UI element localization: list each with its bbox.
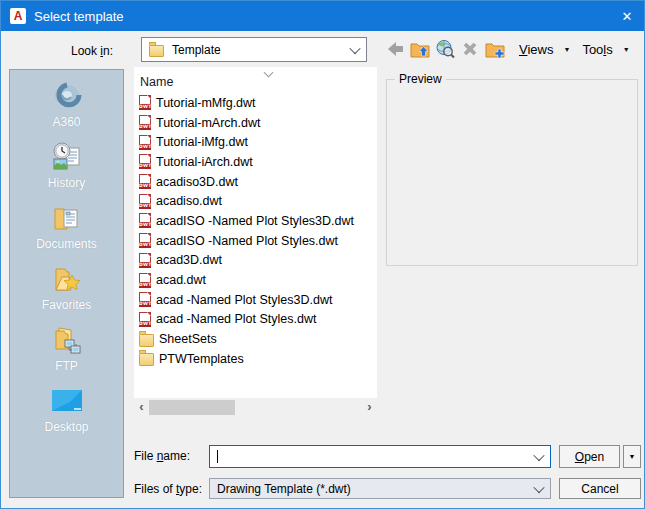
file-name: acad3D.dwt	[156, 253, 222, 267]
tools-label: Tools	[582, 42, 612, 57]
list-item[interactable]: DWTacadISO -Named Plot Styles3D.dwt	[134, 211, 377, 231]
dwt-badge: DWT	[139, 242, 151, 248]
chevron-down-icon: ▼	[563, 46, 570, 53]
close-button[interactable]: ✕	[610, 1, 644, 31]
dwt-file-icon: DWT	[139, 233, 151, 248]
name-column-header[interactable]: Name	[134, 67, 377, 93]
files-of-type-value: Drawing Template (*.dwt)	[217, 482, 351, 496]
file-name: acadiso.dwt	[156, 194, 222, 208]
dwt-badge: DWT	[139, 262, 151, 268]
search-the-web-icon	[434, 38, 456, 60]
search-the-web-button[interactable]	[432, 37, 457, 62]
file-name: Tutorial-mArch.dwt	[156, 116, 260, 130]
files-of-type-combobox[interactable]: Drawing Template (*.dwt)	[209, 478, 551, 499]
file-name-combobox[interactable]	[209, 445, 551, 468]
horizontal-scrollbar[interactable]: ‹ ›	[134, 400, 377, 415]
list-item[interactable]: DWTacad -Named Plot Styles3D.dwt	[134, 290, 377, 310]
sidebar-item-label: A360	[52, 115, 80, 129]
chevron-down-icon: ▼	[629, 453, 636, 460]
dwt-badge: DWT	[139, 144, 151, 150]
sort-chevron-icon	[264, 68, 274, 78]
preview-panel: Preview	[386, 79, 638, 266]
dwt-badge: DWT	[139, 124, 151, 130]
sidebar-item-label: FTP	[55, 359, 78, 373]
dwt-file-icon: DWT	[139, 312, 151, 327]
file-name: acad -Named Plot Styles3D.dwt	[156, 293, 332, 307]
file-name-label: File name:	[134, 449, 190, 463]
create-new-folder-button[interactable]	[482, 37, 507, 62]
scroll-left-icon[interactable]: ‹	[134, 400, 149, 415]
dwt-file-icon: DWT	[139, 213, 151, 228]
close-icon: ✕	[622, 9, 633, 24]
delete-button[interactable]	[457, 37, 482, 62]
file-name: Tutorial-mMfg.dwt	[156, 96, 256, 110]
list-item[interactable]: DWTacad.dwt	[134, 270, 377, 290]
views-label: Views	[519, 42, 553, 57]
file-name: Tutorial-iMfg.dwt	[156, 135, 248, 149]
list-item[interactable]: DWTacadiso3D.dwt	[134, 172, 377, 192]
column-header-label: Name	[140, 75, 173, 89]
preview-label: Preview	[395, 72, 446, 86]
cancel-button[interactable]: Cancel	[559, 478, 641, 499]
sidebar-item-desktop[interactable]: Desktop	[10, 384, 123, 445]
cancel-button-label: Cancel	[581, 482, 618, 496]
dwt-badge: DWT	[139, 282, 151, 288]
list-item[interactable]: DWTTutorial-mMfg.dwt	[134, 93, 377, 113]
sidebar-item-ftp[interactable]: FTP	[10, 323, 123, 384]
open-button-label: Open	[575, 450, 604, 464]
sidebar-item-history[interactable]: History	[10, 140, 123, 201]
list-item[interactable]: DWTTutorial-mArch.dwt	[134, 113, 377, 133]
files-of-type-label: Files of type:	[134, 482, 202, 496]
list-item[interactable]: DWTTutorial-iMfg.dwt	[134, 132, 377, 152]
chevron-down-icon: ▼	[623, 46, 630, 53]
file-list: Name DWTTutorial-mMfg.dwtDWTTutorial-mAr…	[134, 67, 377, 398]
list-item[interactable]: DWTTutorial-iArch.dwt	[134, 152, 377, 172]
views-menu-button[interactable]: Views ▼	[519, 42, 570, 57]
dwt-badge: DWT	[139, 301, 151, 307]
back-button[interactable]	[382, 37, 407, 62]
dwt-badge: DWT	[139, 163, 151, 169]
list-item[interactable]: SheetSets	[134, 329, 377, 349]
dwt-file-icon: DWT	[139, 194, 151, 209]
tools-menu-button[interactable]: Tools ▼	[582, 42, 629, 57]
file-name: SheetSets	[159, 332, 217, 346]
scrollbar-thumb[interactable]	[149, 400, 235, 415]
look-in-value: Template	[172, 43, 221, 57]
toolbar: Views ▼ Tools ▼	[382, 36, 630, 62]
scroll-right-icon[interactable]: ›	[362, 400, 377, 415]
sidebar-item-documents[interactable]: Documents	[10, 201, 123, 262]
desktop-icon	[50, 384, 84, 418]
sidebar-item-a360[interactable]: A360	[10, 79, 123, 140]
list-item[interactable]: DWTacad3D.dwt	[134, 251, 377, 271]
sidebar-item-favorites[interactable]: Favorites	[10, 262, 123, 323]
dwt-badge: DWT	[139, 183, 151, 189]
file-name: acadiso3D.dwt	[156, 175, 238, 189]
open-button[interactable]: Open	[559, 445, 620, 468]
sidebar-item-label: Documents	[36, 237, 97, 251]
dwt-file-icon: DWT	[139, 273, 151, 288]
window-title: Select template	[34, 9, 610, 24]
dwt-file-icon: DWT	[139, 174, 151, 189]
list-item[interactable]: PTWTemplates	[134, 349, 377, 369]
dwt-file-icon: DWT	[139, 253, 151, 268]
sidebar-item-label: Favorites	[42, 298, 91, 312]
dwt-badge: DWT	[139, 203, 151, 209]
file-name: acad -Named Plot Styles.dwt	[156, 312, 317, 326]
text-caret	[217, 450, 218, 463]
history-icon	[50, 140, 84, 174]
up-one-level-button[interactable]	[407, 37, 432, 62]
look-in-combobox[interactable]: Template	[141, 37, 367, 62]
dwt-file-icon: DWT	[139, 292, 151, 307]
folder-icon	[149, 45, 164, 57]
list-item[interactable]: DWTacadiso.dwt	[134, 191, 377, 211]
file-name: PTWTemplates	[159, 352, 244, 366]
file-name: Tutorial-iArch.dwt	[156, 155, 253, 169]
list-item[interactable]: DWTacadISO -Named Plot Styles.dwt	[134, 231, 377, 251]
dwt-file-icon: DWT	[139, 115, 151, 130]
dwt-badge: DWT	[139, 104, 151, 110]
create-new-folder-icon	[484, 38, 506, 60]
open-dropdown-button[interactable]: ▼	[623, 445, 641, 468]
list-item[interactable]: DWTacad -Named Plot Styles.dwt	[134, 310, 377, 330]
dwt-badge: DWT	[139, 222, 151, 228]
file-name: acadISO -Named Plot Styles.dwt	[156, 234, 338, 248]
